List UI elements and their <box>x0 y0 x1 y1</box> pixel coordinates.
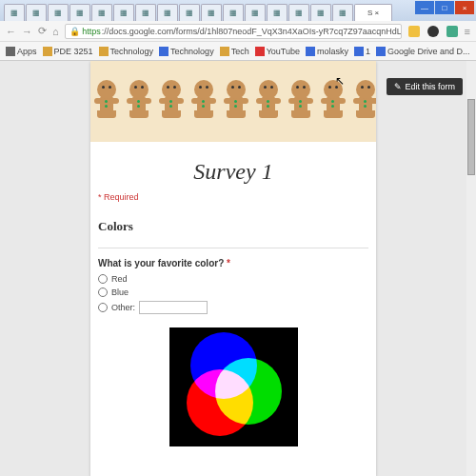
browser-tab[interactable]: ▦ <box>179 4 200 21</box>
option-label: Red <box>111 274 128 284</box>
browser-tab[interactable]: ▦ <box>113 4 134 21</box>
browser-tab[interactable]: ▦ <box>91 4 112 21</box>
bookmark-label: Google Drive and D... <box>387 47 470 56</box>
page-content: ✎ Edit this form Survey 1 * Required Col… <box>0 61 466 476</box>
form-image <box>169 327 298 446</box>
bookmark-apps[interactable]: Apps <box>6 47 37 56</box>
option-label: Other: <box>111 303 135 312</box>
window-maximize[interactable]: □ <box>435 1 454 14</box>
radio-option-blue[interactable]: Blue <box>98 288 368 297</box>
option-label: Blue <box>111 288 129 297</box>
bookmark-label: molasky <box>317 47 348 56</box>
window-minimize[interactable]: — <box>415 1 434 14</box>
browser-tab[interactable]: ▦ <box>157 4 178 21</box>
scrollbar[interactable] <box>466 61 476 476</box>
bookmark-item[interactable]: PDE 3251 <box>43 47 93 56</box>
scrollbar-thumb[interactable] <box>467 99 475 175</box>
bookmark-item[interactable]: Tech <box>220 47 249 56</box>
radio-input[interactable] <box>98 288 108 297</box>
url-text: ://docs.google.com/forms/d/1hl807neodF_V… <box>102 27 402 36</box>
url-protocol: https <box>82 27 101 36</box>
question-text: What is your favorite color? * <box>98 258 368 268</box>
browser-tab[interactable]: ▦ <box>69 4 90 21</box>
bookmark-label: PDE 3251 <box>54 47 93 56</box>
edit-form-label: Edit this form <box>405 82 455 91</box>
red-circle <box>187 369 253 436</box>
browser-tab[interactable]: ▦ <box>135 4 156 21</box>
required-asterisk: * <box>224 258 230 268</box>
browser-tab[interactable]: ▦ <box>310 4 331 21</box>
section-heading: Colors <box>98 219 368 234</box>
radio-option-other[interactable]: Other: <box>98 301 368 314</box>
back-button[interactable]: ← <box>6 26 16 37</box>
bookmark-label: Technology <box>110 47 154 56</box>
bookmark-label: Technology <box>170 47 214 56</box>
other-text-input[interactable] <box>139 301 208 314</box>
forward-button[interactable]: → <box>22 26 32 37</box>
bookmarks-bar: Apps PDE 3251 Technology Technology Tech… <box>0 42 476 61</box>
lock-icon: 🔒 <box>69 27 80 36</box>
bookmark-label: 1 <box>366 47 370 56</box>
browser-tab[interactable]: ▦ <box>201 4 222 21</box>
form-banner <box>90 61 376 142</box>
edit-form-button[interactable]: ✎ Edit this form <box>387 78 463 95</box>
required-note: * Required <box>98 192 368 202</box>
home-button[interactable]: ⌂ <box>52 26 59 37</box>
bookmark-label: Tech <box>231 47 249 56</box>
browser-tab[interactable]: ▦ <box>4 4 25 21</box>
extension-icon[interactable] <box>427 26 439 37</box>
bookmark-item[interactable]: YouTube <box>255 47 300 56</box>
window-close[interactable]: × <box>455 1 474 14</box>
reload-button[interactable]: ⟳ <box>38 25 47 37</box>
radio-input[interactable] <box>98 303 108 312</box>
browser-tab[interactable]: ▦ <box>48 4 69 21</box>
extension-icon[interactable] <box>446 26 458 37</box>
browser-tab[interactable]: ▦ <box>332 4 353 21</box>
browser-tab-active[interactable]: S × <box>354 4 392 21</box>
bookmark-label: YouTube <box>267 47 300 56</box>
browser-tab[interactable]: ▦ <box>245 4 266 21</box>
google-form: Survey 1 * Required Colors What is your … <box>90 61 376 476</box>
extension-icon[interactable] <box>408 26 420 37</box>
divider <box>98 248 368 248</box>
address-bar[interactable]: 🔒 https://docs.google.com/forms/d/1hl807… <box>65 24 402 39</box>
bookmark-item[interactable]: Google Drive and D... <box>376 47 470 56</box>
radio-option-red[interactable]: Red <box>98 274 368 284</box>
browser-tab[interactable]: ▦ <box>223 4 244 21</box>
menu-button[interactable]: ≡ <box>465 26 470 37</box>
form-title: Survey 1 <box>98 159 368 185</box>
browser-tab[interactable]: ▦ <box>288 4 309 21</box>
bookmark-item[interactable]: Technology <box>99 47 154 56</box>
browser-tab[interactable]: ▦ <box>267 4 288 21</box>
bookmark-item[interactable]: 1 <box>354 47 370 56</box>
browser-tab[interactable]: ▦ <box>26 4 47 21</box>
radio-input[interactable] <box>98 274 108 284</box>
bookmark-item[interactable]: Technology <box>159 47 214 56</box>
bookmark-label: Apps <box>17 47 37 56</box>
nav-toolbar: ← → ⟳ ⌂ 🔒 https://docs.google.com/forms/… <box>0 21 476 42</box>
bookmark-item[interactable]: molasky <box>306 47 348 56</box>
tab-strip: ▦ ▦ ▦ ▦ ▦ ▦ ▦ ▦ ▦ ▦ ▦ ▦ ▦ ▦ ▦ ▦ S × <box>0 0 476 21</box>
pencil-icon: ✎ <box>394 82 402 91</box>
